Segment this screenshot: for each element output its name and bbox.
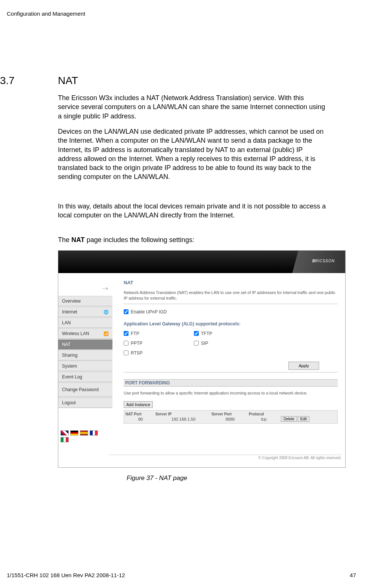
pf-header-natport: NAT Port bbox=[126, 412, 155, 416]
ericsson-logo: ERICSSON bbox=[312, 259, 335, 263]
table-row: 80 192.168.1.50 8080 tcp DeleteEdit bbox=[126, 416, 336, 422]
pf-table-header: NAT Port Server IP Server Port Protocol bbox=[126, 412, 336, 416]
para4-pre: The bbox=[58, 236, 71, 244]
alg-title: Application Level Gateway (ALG) supporte… bbox=[124, 321, 338, 327]
port-forwarding-title: PORT FORWARDING bbox=[124, 379, 338, 387]
nav-internet-label: Internet bbox=[62, 309, 77, 315]
nav-lan-label: LAN bbox=[62, 320, 71, 325]
pf-cell-actions: DeleteEdit bbox=[279, 416, 312, 422]
pptp-label: PPTP bbox=[131, 341, 142, 346]
pf-header-serverport: Server Port bbox=[211, 412, 249, 416]
panel-description: Network Address Translation (NAT) enable… bbox=[124, 290, 338, 301]
flag-fr-icon[interactable] bbox=[90, 430, 98, 436]
language-flags bbox=[58, 430, 112, 442]
sip-checkbox[interactable] bbox=[194, 341, 199, 346]
ftp-label: FTP bbox=[131, 331, 139, 336]
pf-header-serverip: Server IP bbox=[155, 412, 211, 416]
nav-overview-label: Overview bbox=[62, 298, 81, 304]
rtsp-checkbox[interactable] bbox=[124, 350, 129, 355]
flag-es-icon[interactable] bbox=[80, 430, 88, 436]
nav-nat-label: NAT bbox=[62, 342, 71, 347]
nav-system[interactable]: System bbox=[58, 361, 112, 371]
antenna-icon: 📶 bbox=[103, 331, 109, 336]
ftp-checkbox[interactable] bbox=[124, 331, 129, 336]
router-screenshot: ≡ ERICSSON ···> Overview Internet🌐 LAN W… bbox=[58, 250, 346, 468]
paragraph-1: The Ericsson W3x includes a NAT (Network… bbox=[58, 93, 327, 121]
paragraph-4: The NAT page includes the following sett… bbox=[58, 235, 327, 244]
nav-sharing-label: Sharing bbox=[62, 353, 77, 358]
paragraph-2: Devices on the LAN/WLAN use dedicated pr… bbox=[58, 127, 327, 182]
footer-right: 47 bbox=[350, 572, 356, 578]
nav-wlan-label: Wireless LAN bbox=[62, 331, 89, 336]
flag-uk-icon[interactable] bbox=[61, 430, 69, 436]
pf-header-protocol: Protocol bbox=[249, 412, 279, 416]
figure-caption: Figure 37 - NAT page bbox=[120, 474, 194, 482]
footer-left: 1/1551-CRH 102 168 Uen Rev PA2 2008-11-1… bbox=[7, 572, 125, 578]
nav-logout-label: Logout bbox=[62, 400, 76, 405]
pf-cell-serverip: 192.168.1.50 bbox=[155, 417, 211, 421]
copyright: © Copyright 2008 Ericsson AB. All rights… bbox=[109, 455, 341, 460]
divider-2 bbox=[124, 372, 338, 372]
pptp-checkbox[interactable] bbox=[124, 341, 129, 346]
pptp-row: PPTP bbox=[124, 341, 191, 346]
section-title: NAT bbox=[58, 75, 78, 87]
port-forwarding-desc: Use port forwarding to allow a specific … bbox=[124, 390, 338, 396]
paragraph-3: In this way, details about the local dev… bbox=[58, 202, 327, 220]
nav-overview[interactable]: Overview bbox=[58, 296, 112, 306]
flag-it-icon[interactable] bbox=[61, 437, 69, 442]
nav-changepw-label: Change Password bbox=[62, 387, 99, 393]
pf-cell-natport: 80 bbox=[126, 417, 155, 421]
page-header: Configuration and Management bbox=[7, 10, 85, 17]
nav-internet[interactable]: Internet🌐 bbox=[58, 307, 112, 317]
flag-de-icon[interactable] bbox=[70, 430, 78, 436]
apply-row: Apply bbox=[124, 362, 338, 370]
nav-sharing[interactable]: Sharing bbox=[58, 350, 112, 360]
panel-title: NAT bbox=[124, 277, 338, 285]
nav-changepw[interactable]: Change Password bbox=[58, 383, 112, 397]
router-body: ···> Overview Internet🌐 LAN Wireless LAN… bbox=[58, 273, 345, 461]
main-panel: NAT Network Address Translation (NAT) en… bbox=[112, 273, 345, 461]
nav-wlan[interactable]: Wireless LAN📶 bbox=[58, 328, 112, 339]
nav-lan[interactable]: LAN bbox=[58, 318, 112, 328]
divider bbox=[124, 304, 338, 304]
tftp-checkbox[interactable] bbox=[194, 331, 199, 336]
alg-grid: FTP TFTP PPTP SIP RTSP bbox=[124, 329, 338, 357]
nav-logout[interactable]: Logout bbox=[58, 397, 112, 408]
tftp-row: TFTP bbox=[194, 331, 261, 336]
upnp-row: Enable UPnP IGD bbox=[124, 309, 338, 315]
add-instance-button[interactable]: Add Instance bbox=[124, 401, 153, 408]
delete-button[interactable]: Delete bbox=[281, 416, 297, 422]
para4-post: page includes the following settings: bbox=[85, 236, 194, 244]
section-number: 3.7 bbox=[0, 75, 15, 87]
pf-header-actions bbox=[279, 412, 312, 416]
pf-cell-protocol: tcp bbox=[249, 417, 279, 421]
ftp-row: FTP bbox=[124, 331, 191, 336]
apply-button[interactable]: Apply bbox=[288, 362, 319, 370]
upnp-label: Enable UPnP IGD bbox=[131, 309, 167, 315]
pf-cell-serverport: 8080 bbox=[211, 417, 249, 421]
router-header: ≡ ERICSSON bbox=[58, 251, 345, 273]
breadcrumb: ···> bbox=[58, 286, 112, 293]
upnp-checkbox[interactable] bbox=[124, 309, 129, 314]
page-footer: 1/1551-CRH 102 168 Uen Rev PA2 2008-11-1… bbox=[7, 572, 356, 578]
sip-label: SIP bbox=[201, 341, 208, 346]
nav-eventlog-label: Event Log bbox=[62, 374, 82, 380]
para4-bold: NAT bbox=[71, 236, 85, 244]
edit-button[interactable]: Edit bbox=[298, 416, 309, 422]
globe-icon: 🌐 bbox=[103, 310, 109, 315]
nav-nat[interactable]: NAT bbox=[58, 339, 112, 350]
sip-row: SIP bbox=[194, 341, 261, 346]
rtsp-label: RTSP bbox=[131, 350, 143, 356]
tftp-label: TFTP bbox=[201, 331, 212, 336]
port-forwarding-table: NAT Port Server IP Server Port Protocol … bbox=[124, 410, 338, 424]
nav-system-label: System bbox=[62, 363, 77, 369]
nav-eventlog[interactable]: Event Log bbox=[58, 372, 112, 382]
sidebar: ···> Overview Internet🌐 LAN Wireless LAN… bbox=[58, 273, 112, 461]
rtsp-row: RTSP bbox=[124, 350, 191, 356]
